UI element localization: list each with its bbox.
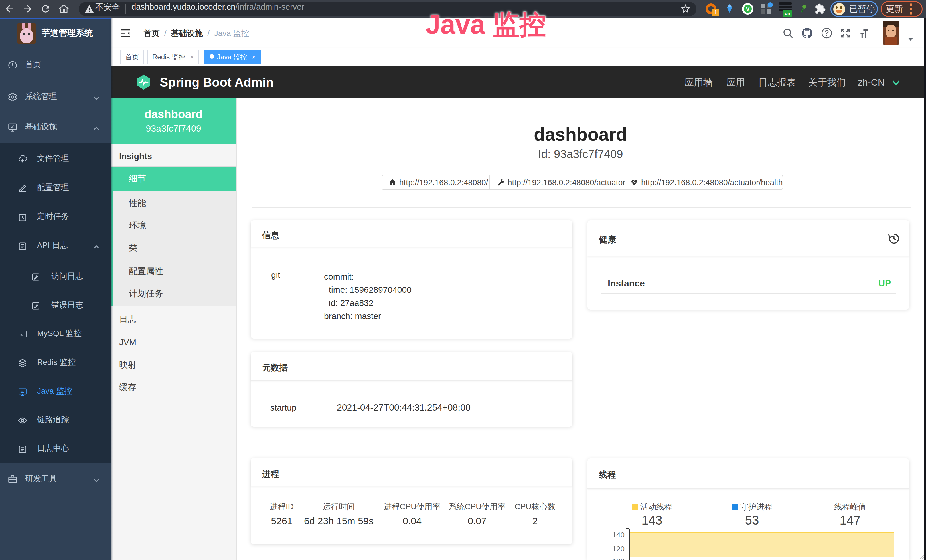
svg-text:120: 120 [612, 545, 625, 553]
svg-text:100: 100 [612, 557, 625, 560]
svg-text:140: 140 [612, 531, 625, 539]
